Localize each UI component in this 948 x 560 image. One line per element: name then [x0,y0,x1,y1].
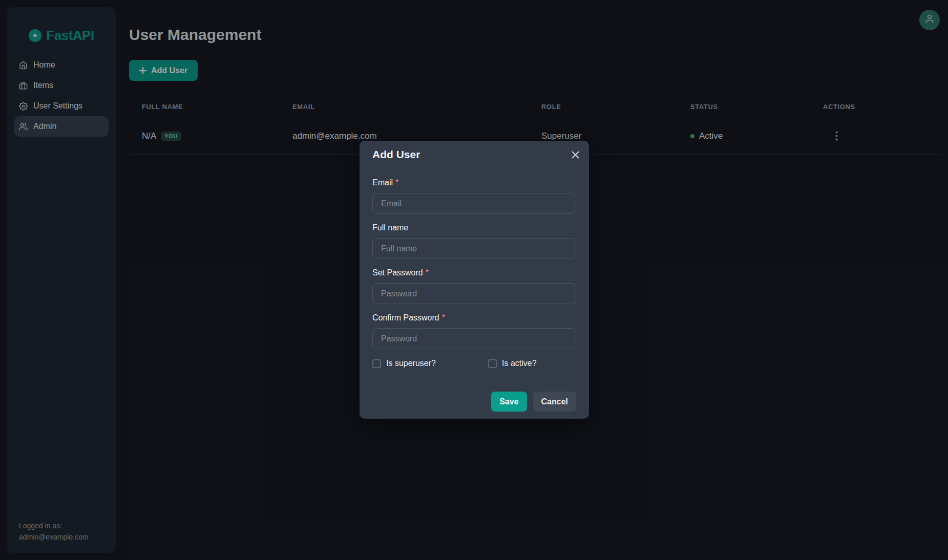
set-password-field-group: Set Password * [372,269,576,304]
checkbox-box-icon [372,359,381,368]
close-icon [572,151,579,159]
checkbox-row: Is superuser? Is active? [372,359,576,368]
email-field-group: Email * [372,179,576,214]
modal-title: Add User [372,141,576,161]
app-screen: FastAPI Home Items User Settings [0,0,948,560]
set-password-label-text: Set Password [372,269,423,277]
is-active-label: Is active? [502,359,537,368]
confirm-password-field[interactable] [372,328,576,349]
set-password-field[interactable] [372,283,576,304]
email-field[interactable] [372,193,576,214]
is-superuser-checkbox[interactable]: Is superuser? [372,359,488,368]
full-name-label-text: Full name [372,224,408,232]
required-marker: * [395,179,398,187]
modal-button-row: Save Cancel [372,392,576,412]
email-label: Email * [372,179,576,187]
is-active-checkbox[interactable]: Is active? [488,359,537,368]
set-password-label: Set Password * [372,269,576,277]
required-marker: * [426,269,429,277]
checkbox-box-icon [488,359,497,368]
add-user-form: Email * Full name Set Password * [372,179,576,412]
confirm-password-label: Confirm Password * [372,314,576,322]
confirm-password-field-group: Confirm Password * [372,314,576,349]
confirm-password-label-text: Confirm Password [372,314,439,322]
full-name-field[interactable] [372,238,576,259]
modal-close-button[interactable] [570,149,581,161]
add-user-modal: Add User Email * Full name [360,141,589,419]
email-label-text: Email [372,179,393,187]
cancel-button[interactable]: Cancel [533,392,576,412]
is-superuser-label: Is superuser? [386,359,436,368]
full-name-label: Full name [372,224,576,232]
full-name-field-group: Full name [372,224,576,259]
required-marker: * [442,314,445,322]
save-button[interactable]: Save [491,392,526,412]
